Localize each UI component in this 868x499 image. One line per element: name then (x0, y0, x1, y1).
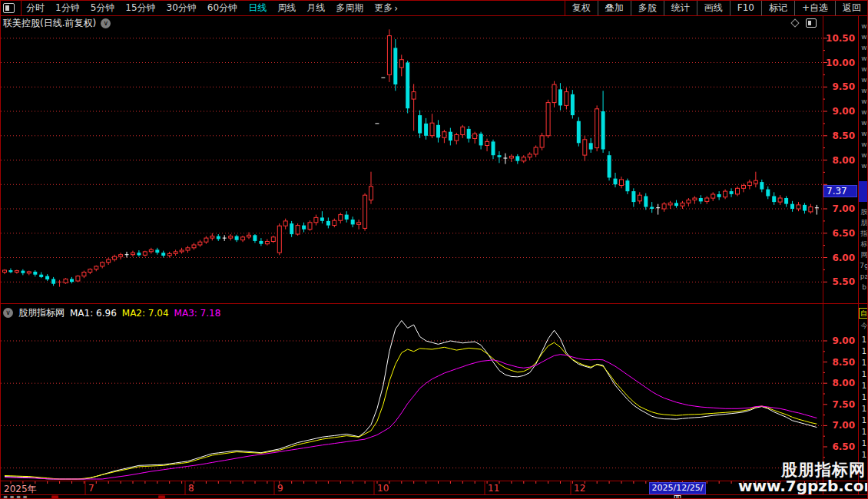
candle (662, 202, 666, 212)
candle (552, 81, 556, 107)
period-tab-月线[interactable]: 月线 (306, 2, 325, 15)
period-tab-日线[interactable]: 日线 (248, 2, 267, 15)
candle (320, 211, 324, 223)
price-label-8.00: 8.00 (826, 156, 855, 165)
more-arrow-icon[interactable]: › (394, 3, 398, 14)
candle (687, 198, 691, 207)
action-button-标记[interactable]: 标记 (761, 1, 794, 15)
candle (186, 246, 190, 253)
candle (174, 250, 177, 256)
action-button-多股[interactable]: 多股 (631, 1, 664, 15)
candle (461, 125, 465, 138)
candle (546, 100, 550, 138)
candle (192, 243, 196, 250)
candle (540, 133, 544, 150)
candle (3, 269, 7, 274)
indicator-chevron-down-icon[interactable]: ∨ (3, 308, 13, 318)
period-tab-多周期[interactable]: 多周期 (336, 2, 363, 15)
page-marker: 1 (860, 382, 868, 390)
current-date-box: 2025/12/25/四 (649, 482, 706, 494)
candle (620, 177, 624, 188)
page-marker: 1 (860, 393, 868, 402)
toolbar-divider (21, 1, 22, 15)
price-label-10.50: 10.50 (826, 34, 855, 43)
candle (681, 201, 684, 209)
watermark: 股朋指标网 www.7gpzb.com (738, 462, 866, 494)
candle (717, 191, 721, 200)
candle (45, 274, 49, 281)
period-tab-60分钟[interactable]: 60分钟 (207, 2, 237, 15)
candle (515, 154, 519, 164)
candle (180, 248, 184, 254)
candle (155, 248, 159, 255)
price-label-6.00: 6.00 (826, 253, 855, 263)
action-button-复权[interactable]: 复权 (565, 1, 598, 15)
indicator-label-8.00: 8.00 (826, 378, 855, 388)
candle (149, 248, 153, 254)
candle (418, 111, 422, 138)
window-maximize-icon[interactable] (806, 18, 817, 28)
watermark-url: www.7gpzb.com (738, 478, 866, 494)
action-button-画线[interactable]: 画线 (697, 1, 730, 15)
candle (571, 90, 575, 118)
candle (724, 190, 727, 200)
action-button-统计[interactable]: 统计 (664, 1, 697, 15)
candle (406, 61, 409, 114)
page-marker: 1 (860, 428, 868, 436)
candle (265, 239, 269, 245)
candle (283, 219, 287, 230)
period-tab-30分钟[interactable]: 30分钟 (167, 2, 197, 15)
indicator-strip-tab[interactable]: 自 (859, 308, 868, 319)
last-price-box: 7.37 (823, 185, 857, 197)
period-tab-15分钟[interactable]: 15分钟 (125, 2, 155, 15)
watermark-brand: 股朋指标网 (738, 462, 866, 478)
candle (577, 117, 581, 147)
candle (412, 84, 416, 131)
period-tab-1分钟[interactable]: 1分钟 (55, 2, 80, 15)
action-button-+自选[interactable]: +自选 (794, 1, 835, 15)
candle (387, 29, 391, 82)
candle (595, 105, 599, 151)
candle (485, 139, 489, 152)
right-strip-watermark-bottom: 股朋指标网7gpzb (860, 207, 868, 302)
candle (167, 252, 171, 258)
candle (638, 192, 641, 203)
price-label-9.00: 9.00 (826, 107, 855, 116)
candle (442, 130, 446, 143)
action-button-叠加[interactable]: 叠加 (598, 1, 631, 15)
candle (784, 197, 788, 207)
layout-split-icon[interactable] (3, 3, 15, 13)
indicator-line-MA1 (5, 321, 817, 480)
candle (430, 114, 434, 138)
action-button-F10[interactable]: F10 (730, 1, 761, 15)
action-button-返回[interactable]: 返回 (835, 1, 868, 15)
candle (693, 197, 697, 204)
candle (797, 202, 800, 211)
period-tab-周线[interactable]: 周线 (277, 2, 296, 15)
period-tab-更多[interactable]: 更多 (374, 2, 393, 15)
candle (21, 269, 25, 276)
month-label-11: 11 (488, 483, 499, 494)
candle (314, 215, 318, 226)
candle (113, 255, 117, 262)
candle (583, 136, 587, 161)
candle (357, 220, 361, 230)
candle (94, 266, 98, 272)
indicator-line-MA3 (5, 355, 817, 479)
indicator-strip-tab2[interactable]: 今 (860, 321, 868, 331)
candles (3, 29, 819, 286)
candle (803, 203, 807, 213)
candle (125, 252, 129, 258)
candle (33, 270, 37, 276)
candle (467, 126, 471, 143)
candle (772, 192, 776, 205)
period-tab-分时[interactable]: 分时 (26, 2, 45, 15)
month-label-10: 10 (377, 483, 389, 494)
diamond-icon[interactable] (790, 18, 799, 27)
chart-canvas[interactable] (1, 1, 868, 499)
candle (217, 234, 220, 241)
title-chevron-down-icon[interactable]: ∨ (101, 18, 111, 28)
candle (198, 240, 202, 247)
candle (290, 221, 293, 237)
period-tab-5分钟[interactable]: 5分钟 (91, 2, 115, 15)
